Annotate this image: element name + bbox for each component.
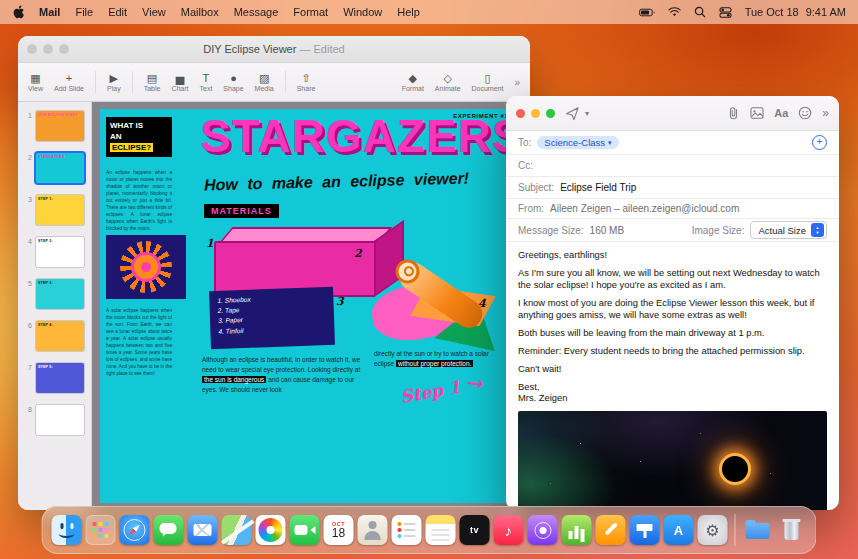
slide-thumbnail-8[interactable]	[36, 405, 84, 435]
dock-icon-messages[interactable]	[154, 515, 184, 545]
chart-icon: ▅	[176, 72, 184, 84]
add-contact-button[interactable]: +	[812, 135, 827, 150]
subject-field[interactable]: Subject: Eclipse Field Trip	[506, 177, 839, 199]
document-button[interactable]: ▯Document	[472, 72, 504, 92]
attach-paperclip-icon[interactable]	[727, 106, 740, 120]
dock-icon-downloads-folder[interactable]	[743, 515, 773, 545]
zoom-button[interactable]	[546, 109, 555, 118]
dock-icon-app-store[interactable]: A	[664, 515, 694, 545]
menu-clock[interactable]: Tue Oct 189:41 AM	[745, 6, 846, 18]
minimize-button[interactable]	[43, 44, 53, 54]
zoom-button[interactable]	[59, 44, 69, 54]
dock-icon-facetime[interactable]	[290, 515, 320, 545]
send-options-chevron-icon[interactable]: ▾	[585, 109, 589, 118]
image-size-dropdown[interactable]: Actual Size▴▾	[750, 221, 827, 239]
to-label: To:	[518, 137, 531, 148]
eclipse-photo-attachment[interactable]	[518, 411, 827, 510]
chart-button[interactable]: ▅Chart	[171, 72, 188, 92]
battery-icon[interactable]	[639, 8, 655, 17]
side-paragraph: A solar eclipse happens when the moon bl…	[106, 307, 172, 377]
dock-icon-keynote[interactable]	[630, 515, 660, 545]
recipient-token[interactable]: Science-Class▾	[537, 136, 618, 149]
apple-menu[interactable]	[12, 5, 24, 19]
dock-icon-contacts[interactable]	[358, 515, 388, 545]
dock-icon-finder[interactable]	[52, 515, 82, 545]
dock-icon-calendar[interactable]: OCT18	[324, 515, 354, 545]
toolbar-overflow-icon[interactable]: »	[822, 106, 829, 120]
share-button[interactable]: ⇧Share	[297, 72, 316, 92]
shape-button[interactable]: ●Shape	[223, 72, 243, 92]
wifi-icon[interactable]	[668, 7, 681, 17]
menu-item-mailbox[interactable]: Mailbox	[181, 6, 219, 18]
send-icon[interactable]	[565, 106, 580, 121]
mail-compose-window: ▾ Aa » To: Science-Class▾ + Cc: Subject:…	[506, 96, 839, 510]
menu-item-format[interactable]: Format	[293, 6, 328, 18]
dock-icon-settings[interactable]: ⚙	[698, 515, 728, 545]
subject-value: Eclipse Field Trip	[560, 182, 636, 193]
to-field[interactable]: To: Science-Class▾ +	[506, 131, 839, 155]
dock-icon-maps[interactable]	[222, 515, 252, 545]
dock-icon-photos[interactable]	[256, 515, 286, 545]
animate-button[interactable]: ◇Animate	[435, 72, 461, 92]
dock: OCT18tv♪A⚙	[42, 506, 817, 554]
stepper-icon: ▴▾	[811, 223, 824, 237]
menu-item-file[interactable]: File	[75, 6, 93, 18]
message-body[interactable]: Greetings, earthlings! As I'm sure you a…	[506, 242, 839, 510]
menu-item-help[interactable]: Help	[397, 6, 420, 18]
control-center-icon[interactable]	[719, 6, 732, 19]
body-paragraph: As I'm sure you all know, we will be set…	[518, 267, 827, 291]
dock-icon-trash[interactable]	[777, 515, 807, 545]
body-paragraph: Greetings, earthlings!	[518, 249, 827, 261]
menu-bar: Mail File Edit View Mailbox Message Form…	[0, 0, 858, 24]
slide-thumbnail-row: 5STEP 3:	[18, 279, 91, 309]
slide-thumbnail-4[interactable]: STEP 2:	[36, 237, 84, 267]
toolbar-overflow-icon[interactable]: »	[514, 77, 520, 88]
slide-thumbnail-3[interactable]: STEP 1:	[36, 195, 84, 225]
from-field[interactable]: From: Aileen Zeigen – aileen.zeigen@iclo…	[506, 199, 839, 219]
slide-thumbnail-1[interactable]: OUR ECLIPSE DIARY	[36, 111, 84, 141]
view-button[interactable]: ▦View	[28, 72, 43, 92]
dock-icon-numbers[interactable]	[562, 515, 592, 545]
slide-thumbnail-row: 7STEP 5:	[18, 363, 91, 393]
menu-item-mail[interactable]: Mail	[39, 6, 60, 18]
spotlight-search-icon[interactable]	[694, 6, 706, 18]
text-button[interactable]: TText	[200, 72, 213, 92]
dock-icon-safari[interactable]	[120, 515, 150, 545]
media-button[interactable]: ▨Media	[255, 72, 274, 92]
menu-item-view[interactable]: View	[142, 6, 166, 18]
format-button[interactable]: Aa	[774, 107, 788, 119]
add-slide-button[interactable]: +Add Slide	[54, 72, 84, 92]
slide-thumbnail-7[interactable]: STEP 5:	[36, 363, 84, 393]
slide-thumbnail-5[interactable]: STEP 3:	[36, 279, 84, 309]
play-icon: ▶	[110, 72, 118, 84]
keynote-window-controls[interactable]	[27, 44, 69, 54]
format-button[interactable]: ◆Format	[402, 72, 424, 92]
emoji-icon[interactable]	[798, 106, 812, 120]
dock-icon-podcasts[interactable]	[528, 515, 558, 545]
dock-icon-notes[interactable]	[426, 515, 456, 545]
table-icon: ▤	[147, 72, 157, 84]
dock-icon-music[interactable]: ♪	[494, 515, 524, 545]
menu-item-window[interactable]: Window	[343, 6, 382, 18]
dock-icon-pages[interactable]	[596, 515, 626, 545]
slide-thumbnail-2[interactable]: STARGAZERS	[36, 153, 84, 183]
slide-thumbnail-row: 1OUR ECLIPSE DIARY	[18, 111, 91, 141]
minimize-button[interactable]	[531, 109, 540, 118]
menu-item-message[interactable]: Message	[234, 6, 279, 18]
play-button[interactable]: ▶Play	[107, 72, 121, 92]
eclipse-corona	[719, 453, 751, 485]
mail-window-controls[interactable]	[516, 109, 555, 118]
dock-icon-reminders[interactable]	[392, 515, 422, 545]
photo-browser-icon[interactable]	[750, 107, 764, 119]
dock-icon-launchpad[interactable]	[86, 515, 116, 545]
cc-field[interactable]: Cc:	[506, 155, 839, 177]
edited-label: — Edited	[299, 43, 344, 55]
close-button[interactable]	[516, 109, 525, 118]
menu-item-edit[interactable]: Edit	[108, 6, 127, 18]
subject-label: Subject:	[518, 182, 554, 193]
dock-icon-tv[interactable]: tv	[460, 515, 490, 545]
close-button[interactable]	[27, 44, 37, 54]
slide-thumbnail-6[interactable]: STEP 4:	[36, 321, 84, 351]
dock-icon-mail[interactable]	[188, 515, 218, 545]
table-button[interactable]: ▤Table	[144, 72, 161, 92]
